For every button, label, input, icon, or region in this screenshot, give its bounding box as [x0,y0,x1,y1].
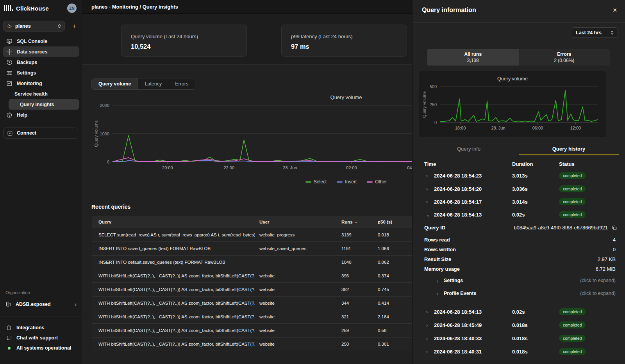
tab-errors[interactable]: Errors [168,78,195,89]
sidebar-item-sql-console[interactable]: SQL Console [3,36,79,46]
column-header-p50s[interactable]: p50 (s) [378,216,409,228]
svg-text:0: 0 [434,120,437,125]
history-row[interactable]: ›2024-06-28 18:45:490.018scompleted [412,320,625,332]
tab-latency[interactable]: Latency [138,78,168,89]
drawer-tab-query-history[interactable]: Query history [519,144,619,155]
history-table-header: Time Duration Status [412,161,625,170]
column-header-query[interactable]: Query [98,216,255,228]
chevron-right-icon[interactable]: › [426,309,428,315]
add-service-button[interactable]: + [70,21,79,31]
chevron-right-icon: › [437,291,438,297]
copy-icon[interactable] [612,225,617,231]
sidebar-item-settings[interactable]: Settings [3,67,79,78]
footer-item-integrations[interactable]: Integrations [3,323,79,333]
history-row[interactable]: ›2024-06-28 18:54:233.013scompleted [412,170,625,183]
sort-chevron-icon: ⌄ [355,220,358,224]
history-time: 2024-06-28 18:40:33 [434,336,482,341]
history-row[interactable]: ⌄2024-06-28 18:54:130.02scompleted [412,209,625,222]
chart-tab-group: Query volumeLatencyErrors [91,78,195,90]
history-duration: 0.018s [512,349,528,355]
metric-label: Query volume (Last 24 hours) [131,34,198,39]
chevron-right-icon[interactable]: › [426,199,428,205]
cell-user: website_progress [259,228,330,241]
sidebar-item-help[interactable]: Help [3,110,79,120]
detail-value: 2.97 KB [598,256,616,262]
organization-item[interactable]: ADSB.exposed › [3,299,79,309]
chevron-right-icon[interactable]: › [426,323,428,328]
cell-runs: 259 [341,324,369,337]
history-duration: 0.02s [512,309,525,315]
legend-dash [367,181,373,183]
svg-text:12:00: 12:00 [570,126,581,130]
footer-item-all-systems-operational[interactable]: All systems operational [3,343,79,353]
sidebar-item-monitoring[interactable]: Monitoring [3,78,79,89]
expandable-label: Settings [444,278,463,283]
summary-segment-errors[interactable]: Errors2 (0.06%) [519,49,610,66]
chevron-down-icon[interactable]: ⌄ [426,212,430,218]
cell-p50: 0.301 [378,337,409,351]
svg-text:02:00: 02:00 [346,165,357,170]
chevron-right-icon: › [437,279,438,284]
cell-user [259,256,330,269]
expandable-row-settings[interactable]: ›Settings(click to expand) [412,278,625,288]
summary-segment-all-runs[interactable]: All runs3,138 [427,49,519,66]
svg-text:06:00: 06:00 [532,126,543,130]
brand-row: ClickHouse ZN [4,3,78,13]
settings-icon [6,70,12,76]
history-row[interactable]: ›2024-06-28 18:40:330.018scompleted [412,333,625,346]
cell-query: WITH bitShiftLeft(CAST(?..), _CAST(?..))… [98,324,255,337]
drawer-tab-query-info[interactable]: Query info [419,144,519,155]
col-status: Status [559,161,575,167]
chevron-right-icon[interactable]: › [426,336,428,341]
svg-text:22:00: 22:00 [223,165,234,170]
footer-item-label: All systems operational [16,345,71,351]
tab-query-volume[interactable]: Query volume [92,78,138,89]
chevron-right-icon[interactable]: › [426,173,428,179]
legend-item-insert[interactable]: Insert [337,179,357,185]
history-row[interactable]: ›2024-06-28 18:54:203.036scompleted [412,183,625,196]
cell-p50: 0.062 [378,256,409,269]
cell-user: website [259,283,330,296]
footer-item-label: Chat with support [16,335,58,341]
sidebar-item-data-sources[interactable]: Data sources [3,46,79,57]
cell-p50: 0.58 [378,324,409,337]
user-avatar[interactable]: ZN [67,4,77,13]
sidebar-item-query-insights[interactable]: Query insights [9,99,79,110]
sidebar-item-label: Data sources [17,49,48,55]
clickhouse-logo-icon [4,5,13,11]
sidebar-item-backups[interactable]: Backups [3,57,79,67]
chevron-right-icon[interactable]: › [426,349,428,355]
expandable-row-profile-events[interactable]: ›Profile Events(click to expand) [412,291,625,301]
breadcrumb: planes - Monitoring / Query insights [91,4,178,10]
segment-value: 3,138 [467,58,479,63]
history-duration: 3.014s [512,199,528,205]
status-badge: completed [559,348,586,355]
column-header-runs[interactable]: Runs⌄ [341,216,369,228]
project-selector[interactable]: planes [3,21,65,32]
detail-value: 6.72 MiB [596,266,616,272]
history-row[interactable]: ›2024-06-28 18:54:130.02scompleted [412,306,625,319]
detail-value: 4 [613,237,616,243]
detail-label: Query ID [424,225,445,231]
footer-item-chat-with-support[interactable]: Chat with support [3,333,79,343]
svg-text:250: 250 [430,102,437,107]
sql-console-icon [6,38,12,44]
legend-item-select[interactable]: Select [305,179,327,185]
close-icon[interactable]: ✕ [612,7,617,13]
sidebar: ClickHouse ZN planes + SQL ConsoleData s… [0,0,82,364]
cell-runs: 1040 [341,256,369,269]
column-header-user[interactable]: User [259,216,330,228]
expand-hint: (click to expand) [580,278,616,283]
history-time: 2024-06-28 18:54:17 [434,199,482,205]
sidebar-item-service-health[interactable]: Service health [3,89,79,99]
connect-button[interactable]: Connect [3,128,78,138]
svg-text:Query volume: Query volume [422,91,427,118]
sidebar-footer: IntegrationsChat with supportAll systems… [3,323,79,353]
sidebar-nav: SQL ConsoleData sourcesBackupsSettingsMo… [3,36,79,120]
time-range-selector[interactable]: Last 24 hrs [572,27,618,38]
backups-icon [6,59,12,66]
legend-item-other[interactable]: Other [367,179,387,185]
history-row[interactable]: ›2024-06-28 18:54:173.014scompleted [412,196,625,209]
history-row[interactable]: ›2024-06-28 18:40:310.018scompleted [412,346,625,359]
chevron-right-icon[interactable]: › [426,186,428,192]
